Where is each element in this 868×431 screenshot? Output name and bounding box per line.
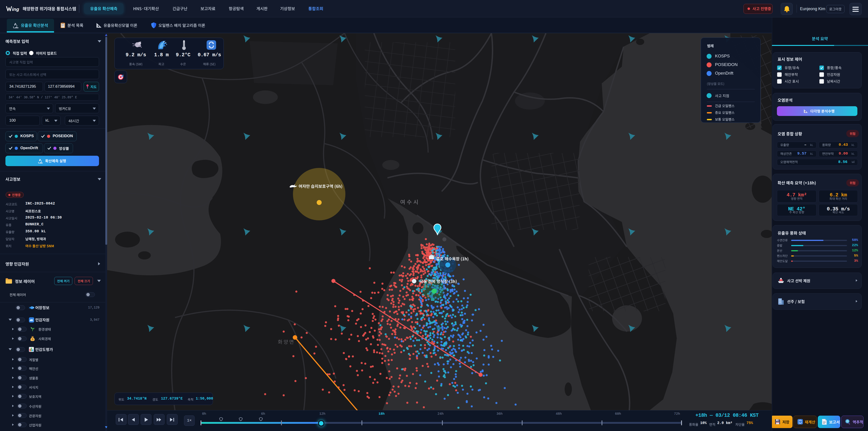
svg-text:ing: ing — [12, 6, 19, 12]
svg-text:$: $ — [32, 338, 33, 341]
